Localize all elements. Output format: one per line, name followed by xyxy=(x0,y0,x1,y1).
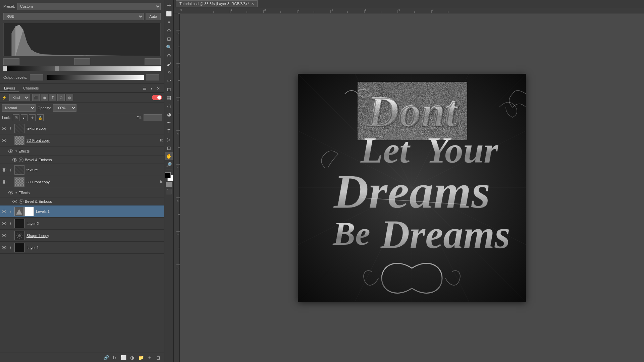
eye-icon xyxy=(2,139,6,142)
filter-type-select[interactable]: Kind Name Effect xyxy=(9,94,30,101)
layer-item-3d-front-bot[interactable]: 3D Front copy fx xyxy=(0,176,164,188)
output-levels-row: Output Levels: 0 255 xyxy=(3,74,161,80)
eraser-tool[interactable]: ◻ xyxy=(165,85,173,93)
svg-text:5: 5 xyxy=(176,200,179,202)
fill-input[interactable]: 100% xyxy=(144,114,162,121)
dodge-tool[interactable]: ◕ xyxy=(165,110,173,118)
eye-effects-2[interactable] xyxy=(8,190,13,195)
new-group-btn[interactable]: 📁 xyxy=(137,354,145,361)
eye-levels-1[interactable] xyxy=(1,209,7,214)
panel-close-btn[interactable]: ✕ xyxy=(155,85,161,92)
delete-layer-btn[interactable]: 🗑 xyxy=(155,354,162,361)
eye-layer-1[interactable] xyxy=(1,245,7,250)
add-style-btn[interactable]: fx xyxy=(111,354,118,361)
eye-effects-1[interactable] xyxy=(8,148,13,154)
layer-item-effects-2[interactable]: ▼ Effects xyxy=(0,188,164,197)
tab-layers[interactable]: Layers xyxy=(0,85,19,92)
lock-transparent-btn[interactable]: ☑ xyxy=(13,114,19,121)
canvas-viewport: Dont Let Your Dreams Be xyxy=(180,13,644,362)
lock-all-btn[interactable]: 🔒 xyxy=(37,114,44,121)
filter-adj-btn[interactable]: ◑ xyxy=(41,94,48,101)
layer-item-layer-1[interactable]: ƒ Layer 1 xyxy=(0,242,164,254)
eye-shape-1-copy[interactable] xyxy=(1,233,7,238)
document-tab[interactable]: Tutorial.psd @ 33.3% (Layer 3, RGB/8/8) … xyxy=(176,0,258,7)
color-swatches[interactable] xyxy=(165,172,173,181)
move-tool[interactable]: ✛ xyxy=(165,1,173,9)
layer-item-texture[interactable]: ƒ texture xyxy=(0,164,164,176)
quick-mask-btn[interactable] xyxy=(166,182,172,187)
foreground-color-swatch[interactable] xyxy=(165,172,171,178)
eye-texture[interactable] xyxy=(1,167,7,173)
layer-item-effects-1[interactable]: ▼ Effects xyxy=(0,146,164,156)
link-layers-btn[interactable]: 🔗 xyxy=(102,354,110,361)
input-black[interactable]: 0 xyxy=(3,58,19,65)
white-point-handle[interactable] xyxy=(127,66,131,71)
opacity-select[interactable]: 100% xyxy=(53,104,76,112)
auto-button[interactable]: Auto xyxy=(146,13,161,20)
eye-layer-2[interactable] xyxy=(1,221,7,226)
midpoint-handle[interactable] xyxy=(55,66,59,71)
marquee-tool[interactable]: ⬜ xyxy=(165,10,173,18)
layer-item-texture-copy[interactable]: ƒ texture copy xyxy=(0,122,164,134)
blend-mode-select[interactable]: Normal Multiply Screen Overlay xyxy=(2,104,36,112)
lock-paint-btn[interactable]: 🖌 xyxy=(21,114,28,121)
eye-bevel-1[interactable] xyxy=(12,157,17,163)
path-select-tool[interactable]: ▷ xyxy=(165,135,173,143)
hand-tool[interactable]: ✋ xyxy=(165,152,173,160)
layer-thumb-layer2 xyxy=(14,219,24,228)
output-max[interactable]: 255 xyxy=(146,74,159,80)
type-tool[interactable]: T xyxy=(165,127,173,135)
filter-shape-btn[interactable]: ⬡ xyxy=(57,94,65,101)
gradient-tool[interactable]: ▤ xyxy=(165,94,173,102)
filter-pixel-btn[interactable]: ⬛ xyxy=(32,94,40,101)
black-point-handle[interactable] xyxy=(3,66,7,71)
quick-select-tool[interactable]: ⊙ xyxy=(165,26,173,35)
brush-tool[interactable]: 🖌 xyxy=(165,60,173,68)
input-slider[interactable] xyxy=(3,66,161,73)
filter-type-btn[interactable]: T xyxy=(49,94,56,101)
panel-menu-btn[interactable]: ☰ xyxy=(142,85,148,92)
svg-text:2: 2 xyxy=(264,8,266,11)
channel-select[interactable]: RGB Red Green Blue xyxy=(3,13,144,20)
eye-3d-front-top[interactable] xyxy=(1,138,7,143)
blur-tool[interactable]: ◌ xyxy=(165,102,173,110)
heal-tool[interactable]: ⊕ xyxy=(165,52,173,60)
panel-collapse-btn[interactable]: ▾ xyxy=(149,85,154,92)
tab-channels[interactable]: Channels xyxy=(19,85,43,92)
layer-item-levels-1[interactable]: ƒ Levels 1 xyxy=(0,205,164,218)
lasso-tool[interactable]: ⌖ xyxy=(165,18,173,26)
tab-close-btn[interactable]: ✕ xyxy=(251,2,254,6)
layers-panel: Layers Channels ☰ ▾ ✕ ⚡ Kind Name Effect… xyxy=(0,83,164,362)
canvas-area: 0 1 2 3 4 5 6 7 xyxy=(174,13,644,362)
clone-tool[interactable]: ⎋ xyxy=(165,68,173,76)
lock-move-btn[interactable]: ✛ xyxy=(29,114,36,121)
output-min[interactable]: 0 xyxy=(30,74,43,80)
preset-select[interactable]: Custom xyxy=(17,3,161,10)
eye-texture-copy[interactable] xyxy=(1,126,7,131)
tool-separator xyxy=(166,170,172,170)
zoom-tool[interactable]: 🔎 xyxy=(165,161,173,169)
input-mid[interactable]: 1.27 xyxy=(74,58,90,65)
crop-tool[interactable]: ⊞ xyxy=(165,35,173,43)
new-adj-btn[interactable]: ◑ xyxy=(128,354,136,361)
svg-text:Be: Be xyxy=(332,215,370,252)
new-layer-btn[interactable]: ＋ xyxy=(146,354,153,361)
layer-item-layer-2[interactable]: ƒ Layer 2 xyxy=(0,218,164,230)
add-mask-btn[interactable]: ⬜ xyxy=(120,354,127,361)
eye-bevel-2[interactable] xyxy=(12,199,17,204)
pen-tool[interactable]: ✒ xyxy=(165,119,173,127)
filter-smart-btn[interactable]: ◎ xyxy=(66,94,73,101)
layer-item-bevel-1[interactable]: fx Bevel & Emboss xyxy=(0,156,164,164)
history-tool[interactable]: ↩ xyxy=(165,77,173,85)
eyedropper-tool[interactable]: 🔍 xyxy=(165,43,173,51)
svg-text:3: 3 xyxy=(176,133,179,135)
shape-tool[interactable]: ◻ xyxy=(165,144,173,152)
input-white[interactable]: 255 xyxy=(145,58,161,65)
layer-item-shape-1-copy[interactable]: Shape 1 copy xyxy=(0,230,164,242)
eye-3d-front-bot[interactable] xyxy=(1,179,7,185)
chevron-effects-1: ▼ xyxy=(15,149,18,153)
screen-mode-btn[interactable]: ⬛ xyxy=(165,188,173,196)
layer-item-bevel-2[interactable]: fx Bevel & Emboss xyxy=(0,197,164,205)
layer-item-3d-front-top[interactable]: 3D Front copy fx xyxy=(0,134,164,146)
filter-toggle[interactable] xyxy=(152,95,162,100)
